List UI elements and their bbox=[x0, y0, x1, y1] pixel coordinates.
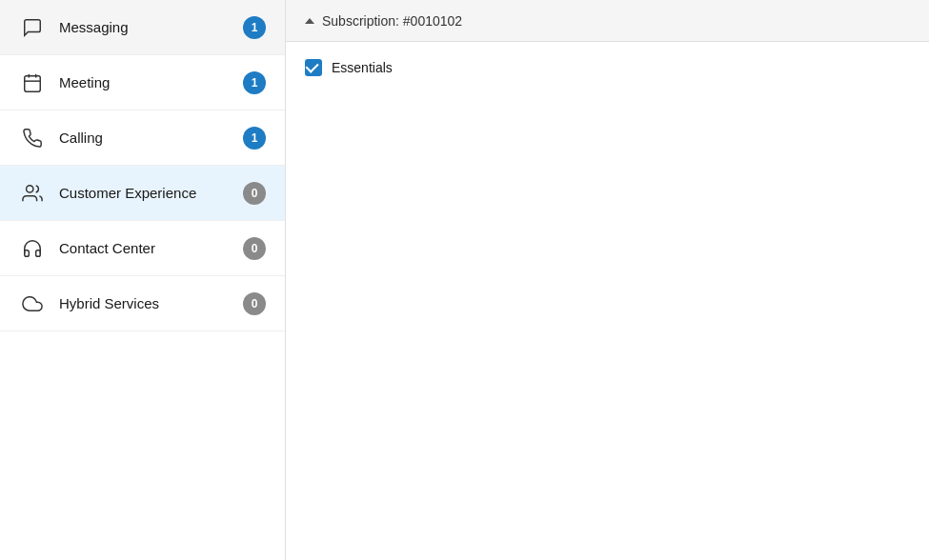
sidebar-item-customer-experience[interactable]: Customer Experience 0 bbox=[0, 166, 285, 221]
subscription-title: Subscription: #0010102 bbox=[322, 13, 462, 29]
essentials-label: Essentials bbox=[332, 60, 393, 75]
main-content: Subscription: #0010102 Essentials bbox=[286, 0, 929, 560]
customer-experience-icon bbox=[19, 180, 46, 207]
subscription-header[interactable]: Subscription: #0010102 bbox=[286, 0, 929, 42]
sidebar-item-hybrid-services[interactable]: Hybrid Services 0 bbox=[0, 276, 285, 331]
calling-icon bbox=[19, 125, 46, 151]
contact-center-icon bbox=[19, 235, 46, 262]
essentials-row: Essentials bbox=[286, 42, 929, 93]
svg-rect-0 bbox=[25, 75, 41, 91]
sidebar-item-hybrid-services-badge: 0 bbox=[243, 292, 266, 315]
essentials-checkbox[interactable] bbox=[305, 59, 322, 76]
sidebar-item-contact-center-label: Contact Center bbox=[59, 240, 243, 256]
sidebar-item-messaging-label: Messaging bbox=[59, 19, 243, 35]
sidebar-item-customer-experience-badge: 0 bbox=[243, 182, 266, 205]
sidebar-item-contact-center[interactable]: Contact Center 0 bbox=[0, 221, 285, 276]
messaging-icon bbox=[19, 14, 46, 41]
svg-point-4 bbox=[27, 185, 33, 191]
hybrid-services-icon bbox=[19, 290, 46, 317]
sidebar-item-meeting-badge: 1 bbox=[243, 71, 266, 94]
sidebar-item-messaging-badge: 1 bbox=[243, 16, 266, 39]
sidebar-item-calling[interactable]: Calling 1 bbox=[0, 110, 285, 166]
sidebar-item-hybrid-services-label: Hybrid Services bbox=[59, 295, 243, 311]
sidebar-item-messaging[interactable]: Messaging 1 bbox=[0, 0, 285, 55]
meeting-icon bbox=[19, 70, 46, 96]
sidebar-item-contact-center-badge: 0 bbox=[243, 237, 266, 260]
sidebar-item-meeting-label: Meeting bbox=[59, 74, 243, 90]
sidebar-item-meeting[interactable]: Meeting 1 bbox=[0, 55, 285, 110]
sidebar-item-calling-label: Calling bbox=[59, 130, 243, 146]
sidebar: Messaging 1 Meeting 1 Calling 1 bbox=[0, 0, 286, 560]
chevron-up-icon bbox=[305, 18, 314, 24]
sidebar-item-customer-experience-label: Customer Experience bbox=[59, 185, 243, 201]
sidebar-item-calling-badge: 1 bbox=[243, 127, 266, 150]
